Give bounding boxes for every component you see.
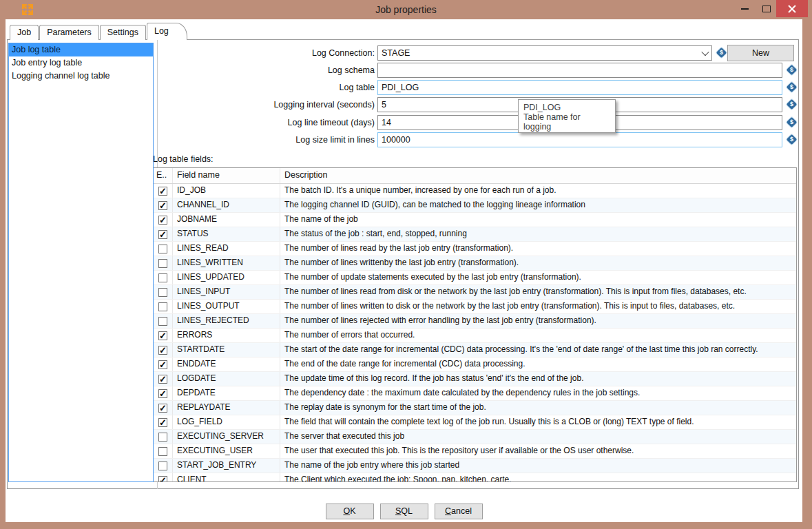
- description-cell: The number of update statements executed…: [280, 271, 796, 284]
- table-row[interactable]: DEPDATE The dependency date : the maximu…: [154, 386, 796, 401]
- log-table-list: Job log table Job entry log table Loggin…: [8, 43, 154, 482]
- log-connection-combo[interactable]: STAGE: [377, 45, 712, 61]
- table-row[interactable]: ENDDATE The end of the date range for in…: [154, 357, 796, 372]
- log-table-label: Log table: [129, 80, 375, 95]
- enabled-checkbox[interactable]: [158, 418, 167, 427]
- table-row[interactable]: LOG_FIELD The field that will contain th…: [154, 415, 796, 430]
- field-name-cell: LINES_UPDATED: [173, 271, 280, 284]
- enabled-cell: [154, 285, 173, 299]
- table-row[interactable]: START_JOB_ENTRY The name of the job entr…: [154, 459, 796, 473]
- table-row[interactable]: REPLAYDATE The replay date is synonym fo…: [154, 401, 796, 415]
- list-item[interactable]: Job entry log table: [9, 56, 153, 70]
- tab[interactable]: Parameters: [39, 25, 99, 40]
- cancel-button[interactable]: Cancel: [435, 504, 483, 519]
- enabled-checkbox[interactable]: [158, 433, 167, 442]
- ok-button[interactable]: OK: [326, 504, 374, 519]
- table-row[interactable]: LINES_UPDATED The number of update state…: [154, 271, 796, 285]
- description-cell: The update time of this log record. If t…: [280, 372, 796, 386]
- logging-interval-label: Logging interval (seconds): [129, 97, 375, 112]
- new-connection-button[interactable]: New connection: [727, 45, 794, 61]
- enabled-checkbox[interactable]: [158, 201, 167, 210]
- enabled-checkbox[interactable]: [158, 461, 167, 470]
- table-row[interactable]: CHANNEL_ID The logging channel ID (GUID)…: [154, 198, 796, 213]
- tab[interactable]: Log: [147, 23, 187, 40]
- enabled-checkbox[interactable]: [158, 216, 167, 225]
- list-item[interactable]: Logging channel log table: [9, 70, 153, 83]
- list-item[interactable]: Job log table: [9, 43, 153, 56]
- chevron-down-icon[interactable]: [698, 46, 711, 60]
- maximize-icon: [762, 6, 771, 12]
- enabled-checkbox[interactable]: [158, 404, 167, 413]
- variable-icon: $: [787, 100, 796, 109]
- enabled-checkbox[interactable]: [158, 245, 167, 253]
- enabled-checkbox[interactable]: [158, 389, 167, 398]
- enabled-checkbox[interactable]: [158, 360, 167, 369]
- enabled-cell: [154, 372, 173, 386]
- field-name-cell: CHANNEL_ID: [173, 198, 280, 212]
- enabled-checkbox[interactable]: [158, 230, 167, 239]
- field-name-cell: DEPDATE: [173, 386, 280, 400]
- table-row[interactable]: LINES_REJECTED The number of lines rejec…: [154, 314, 796, 329]
- enabled-cell: [154, 300, 173, 313]
- description-cell: The end of the date range for incrementa…: [280, 357, 796, 371]
- log-schema-input[interactable]: [377, 63, 782, 78]
- description-cell: The number of errors that occurred.: [280, 329, 796, 342]
- table-row[interactable]: LINES_INPUT The number of lines read fro…: [154, 285, 796, 300]
- table-row[interactable]: STATUS The status of the job : start, en…: [154, 227, 796, 242]
- table-row[interactable]: STARTDATE The start of the date range fo…: [154, 343, 796, 357]
- field-name-cell: LINES_READ: [173, 242, 280, 256]
- variable-icon: $: [717, 48, 726, 57]
- log-schema-label: Log schema: [129, 63, 375, 78]
- log-connection-label: Log Connection:: [129, 45, 375, 61]
- enabled-cell: [154, 314, 173, 328]
- field-name-cell: CLIENT: [173, 473, 280, 482]
- close-button[interactable]: [776, 0, 808, 17]
- enabled-checkbox[interactable]: [158, 331, 167, 340]
- window-title: Job properties: [0, 0, 812, 19]
- table-header-row: E.. Field name Description: [154, 168, 796, 184]
- table-row[interactable]: LINES_WRITTEN The number of lines writte…: [154, 256, 796, 271]
- log-fields-table: E.. Field name Description ID_JOB The ba…: [153, 167, 797, 482]
- enabled-cell: [154, 198, 173, 212]
- enabled-cell: [154, 386, 173, 400]
- description-cell: The start of the date range for incremen…: [280, 343, 796, 357]
- enabled-checkbox[interactable]: [158, 476, 167, 483]
- field-name-cell: LINES_REJECTED: [173, 314, 280, 328]
- description-cell: The number of lines written to disk or t…: [280, 300, 796, 313]
- field-name-cell: START_JOB_ENTRY: [173, 459, 280, 473]
- enabled-checkbox[interactable]: [158, 273, 167, 282]
- sql-button[interactable]: SQL: [380, 504, 428, 519]
- minimize-button[interactable]: [734, 0, 755, 17]
- enabled-cell: [154, 242, 173, 256]
- table-row[interactable]: CLIENT The Client which executed the job…: [154, 473, 796, 482]
- enabled-checkbox[interactable]: [158, 288, 167, 297]
- variable-icon: $: [787, 118, 796, 127]
- table-row[interactable]: EXECUTING_USER The user that executed th…: [154, 444, 796, 459]
- description-cell: The dependency date : the maximum date c…: [280, 386, 796, 400]
- enabled-cell: [154, 415, 173, 429]
- log-size-limit-input[interactable]: [377, 132, 782, 147]
- enabled-checkbox[interactable]: [158, 259, 167, 268]
- field-name-cell: ENDDATE: [173, 357, 280, 371]
- tab[interactable]: Job: [10, 25, 39, 40]
- table-row[interactable]: LOGDATE The update time of this log reco…: [154, 372, 796, 386]
- enabled-checkbox[interactable]: [158, 375, 167, 384]
- enabled-checkbox[interactable]: [158, 317, 167, 326]
- log-table-input[interactable]: [377, 80, 782, 95]
- table-row[interactable]: EXECUTING_SERVER The server that execute…: [154, 430, 796, 444]
- description-cell: The name of the job entry where this job…: [280, 459, 796, 473]
- table-row[interactable]: LINES_READ The number of lines read by t…: [154, 242, 796, 256]
- table-row[interactable]: ERRORS The number of errors that occurre…: [154, 329, 796, 343]
- enabled-checkbox[interactable]: [158, 187, 167, 196]
- tab[interactable]: Settings: [100, 25, 146, 40]
- table-row[interactable]: ID_JOB The batch ID. It's a unique numbe…: [154, 184, 796, 198]
- table-row[interactable]: LINES_OUTPUT The number of lines written…: [154, 300, 796, 314]
- enabled-checkbox[interactable]: [158, 447, 167, 456]
- enabled-checkbox[interactable]: [158, 346, 167, 355]
- close-icon: [788, 5, 796, 13]
- field-name-cell: EXECUTING_SERVER: [173, 430, 280, 444]
- table-row[interactable]: JOBNAME The name of the job: [154, 213, 796, 227]
- field-name-cell: JOBNAME: [173, 213, 280, 227]
- maximize-button[interactable]: [756, 0, 777, 17]
- enabled-checkbox[interactable]: [158, 302, 167, 311]
